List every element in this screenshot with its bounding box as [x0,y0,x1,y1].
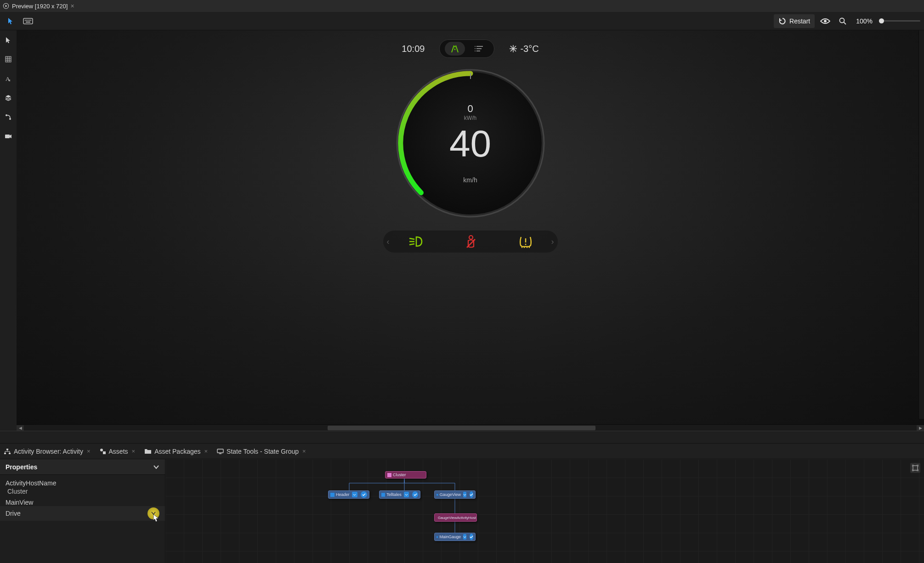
tab-close-button[interactable]: × [302,448,306,455]
node-cluster[interactable]: Cluster [385,471,426,479]
connector-tool[interactable] [1,110,15,124]
svg-rect-6 [30,20,31,21]
node-expand-icon[interactable] [404,492,409,497]
svg-rect-7 [26,22,30,23]
svg-rect-5 [29,20,30,21]
horizontal-scrollbar[interactable]: ◀ ▶ [17,424,924,431]
kwh-label: kW/h [464,115,476,121]
node-expand-icon[interactable] [352,492,357,497]
node-label: GaugeViewActivityHost [438,516,476,520]
scroll-right-arrow[interactable]: ▶ [917,425,924,431]
zoom-percentage: 100% [853,17,875,25]
node-maingauge[interactable]: MainGauge [434,533,476,541]
node-expand-icon[interactable] [463,492,466,497]
node-status-icon [470,491,473,498]
svg-line-36 [409,238,414,239]
prop-mainview-value: Drive [6,510,21,517]
preview-play-icon [3,3,9,9]
snowflake-icon [509,45,517,53]
restart-button[interactable]: Restart [774,14,815,28]
panel-divider[interactable] [0,431,924,444]
window-title: Preview [1920 x 720] [12,3,68,10]
restart-icon [778,17,787,25]
toolbar: Restart 100% [0,12,924,30]
scroll-left-arrow[interactable]: ◀ [17,425,24,431]
tab-label: State Tools - State Group [227,448,299,455]
tab-activity-browser[interactable]: Activity Browser: Activity × [4,444,91,459]
node-telltales[interactable]: Telltales [379,490,420,499]
svg-rect-60 [436,536,438,537]
prop-activityhostname-value: Cluster [6,487,159,496]
tab-close-button[interactable]: × [87,448,91,455]
next-indicator-arrow[interactable]: › [551,237,554,247]
svg-point-8 [824,20,827,23]
camera-tool[interactable] [1,129,15,143]
node-gaugeview[interactable]: GaugeView [434,490,476,499]
tab-close-button[interactable]: × [132,448,136,455]
pointer-tool[interactable] [1,33,15,47]
node-header[interactable]: Header [328,490,369,499]
tab-label: Activity Browser: Activity [14,448,83,455]
activity-graph[interactable]: Cluster Header Telltales GaugeView [165,459,924,563]
svg-rect-20 [5,135,10,138]
vertical-scrollbar[interactable] [918,30,924,419]
zoom-search-button[interactable] [836,14,850,28]
chevron-down-icon[interactable] [153,465,159,469]
properties-panel: Properties ActivityHostName Cluster Main… [0,459,165,563]
preview-canvas[interactable]: 10:09 -3°C [17,30,924,424]
left-sidebar: Aa [0,30,17,431]
svg-point-39 [469,236,473,239]
clock-time: 10:09 [402,44,425,54]
svg-rect-58 [436,494,438,495]
node-status-icon [470,534,473,540]
tab-label: Assets [109,448,128,455]
text-tool[interactable]: Aa [1,72,15,85]
svg-line-38 [409,244,414,245]
prop-mainview-label: MainView [6,499,159,506]
node-gaugeview-activityhost[interactable]: GaugeViewActivityHost [434,513,477,522]
tab-state-tools[interactable]: State Tools - State Group × [217,444,306,459]
tab-asset-packages[interactable]: Asset Packages × [144,444,208,459]
close-tab-button[interactable]: × [70,2,74,10]
svg-rect-11 [6,56,11,62]
prev-indicator-arrow[interactable]: ‹ [387,237,390,247]
scrollbar-thumb[interactable] [328,426,595,430]
svg-point-50 [100,449,103,451]
list-view-icon[interactable] [469,42,489,56]
svg-rect-55 [387,473,391,477]
headlight-icon [408,236,424,248]
svg-point-28 [475,51,476,51]
svg-rect-51 [103,451,106,454]
properties-title: Properties [6,463,37,471]
tab-close-button[interactable]: × [204,448,208,455]
temperature: -3°C [509,44,539,54]
svg-rect-1 [23,18,33,24]
grid-tool[interactable] [1,52,15,66]
svg-rect-3 [26,20,27,21]
zoom-slider[interactable] [879,20,920,22]
node-expand-icon[interactable] [463,534,466,540]
layers-tool[interactable] [1,91,15,105]
view-toggle[interactable] [439,39,494,58]
svg-rect-56 [330,493,334,497]
seatbelt-icon [465,235,477,248]
svg-point-27 [475,48,476,49]
tab-label: Asset Packages [154,448,200,455]
keyboard-tool-button[interactable] [21,14,35,28]
bottom-tabs: Activity Browser: Activity × Assets × As… [0,444,924,459]
lane-view-icon[interactable] [445,42,465,56]
telltale-strip: ‹ › [383,231,558,253]
svg-point-18 [6,114,7,116]
graph-connectors [165,459,924,563]
node-label: MainGauge [439,535,461,539]
mainview-dropdown-button[interactable] [147,507,159,519]
svg-point-42 [525,244,526,245]
tab-assets[interactable]: Assets × [100,444,136,459]
power-readout: 0 kW/h [464,103,476,121]
visibility-button[interactable] [818,14,832,28]
kwh-value: 0 [467,103,473,115]
interact-tool-button[interactable] [4,14,17,28]
node-label: Telltales [386,492,402,497]
speed-gauge: 0 kW/h 40 km/h [392,65,549,221]
svg-text:a: a [9,78,11,82]
